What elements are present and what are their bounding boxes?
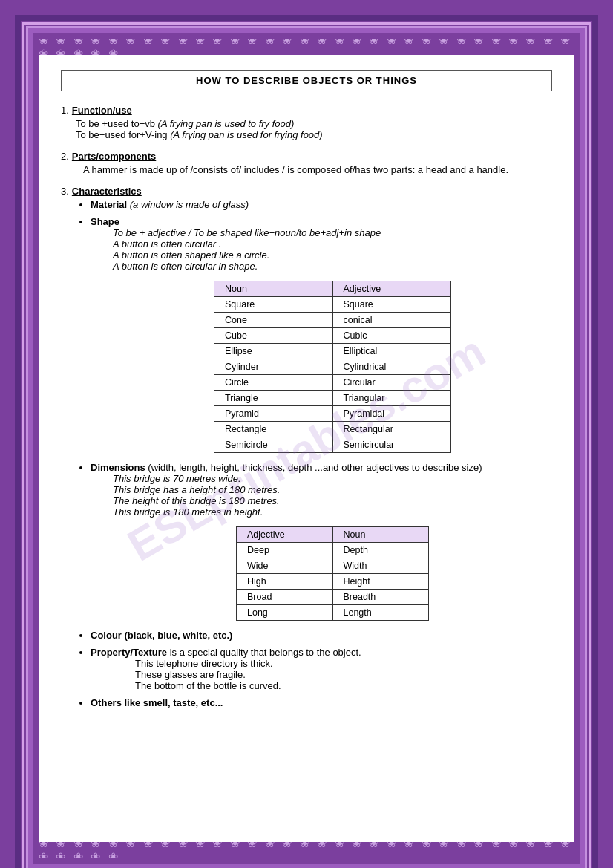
page-title: HOW TO DESCRIBE OBJECTS OR THINGS xyxy=(196,75,417,86)
shape-col-noun: Noun xyxy=(214,281,333,297)
section-1-header: 1. Function/use xyxy=(61,105,552,116)
section-characteristics: 3. Characteristics Material (a window is… xyxy=(61,186,552,708)
dim-table-container: Adjective Noun DeepDepth WideWidth HighH… xyxy=(113,526,552,621)
prop-line-1: This telephone directory is thick. xyxy=(135,658,552,669)
shape-table-container: Noun Adjective SquareSquare Coneconical … xyxy=(113,281,552,453)
outer-border: ❀ ❀ ❀ ❀ ❀ ❀ ❀ ❀ ❀ ❀ ❀ ❀ ❀ ❀ ❀ ❀ ❀ ❀ ❀ ❀ … xyxy=(15,15,598,868)
section-2-body: A hammer is made up of /consists of/ inc… xyxy=(83,164,552,175)
section-parts: 2. Parts/components A hammer is made up … xyxy=(61,151,552,175)
shape-row-semicircle: SemicircleSemicircular xyxy=(214,437,451,453)
section-1-number: 1. xyxy=(61,105,69,116)
dim-row-long: LongLength xyxy=(237,605,429,621)
property-sublines: This telephone directory is thick. These… xyxy=(91,658,552,691)
property-label: Property/Texture xyxy=(91,647,167,658)
section-2-header: 2. Parts/components xyxy=(61,151,552,162)
shape-line-2: A button is often circular . xyxy=(113,238,552,249)
dim-table-header-row: Adjective Noun xyxy=(237,527,429,543)
shape-row-ellipse: EllipseElliptical xyxy=(214,344,451,359)
material-label: Material xyxy=(91,199,127,210)
floral-strip-bottom: ❀ ❀ ❀ ❀ ❀ ❀ ❀ ❀ ❀ ❀ ❀ ❀ ❀ ❀ ❀ ❀ ❀ ❀ ❀ ❀ … xyxy=(39,842,574,858)
bullet-material: Material (a window is made of glass) xyxy=(91,199,552,210)
dim-line-1: This bridge is 70 metres wide. xyxy=(113,473,552,484)
prop-line-3: The bottom of the bottle is curved. xyxy=(135,680,552,691)
bullet-others: Others like smell, taste, etc... xyxy=(91,697,552,708)
shape-line-1: To be + adjective / To be shaped like+no… xyxy=(113,227,552,238)
bullet-dimensions: Dimensions (width, length, height, thick… xyxy=(91,462,552,621)
dim-line-3: The height of this bridge is 180 metres. xyxy=(113,495,552,506)
function-line-2: To be+used for+V-ing (A frying pan is us… xyxy=(76,129,552,140)
dim-line-4: This bridge is 180 metres in height. xyxy=(113,506,552,518)
section-2-number: 2. xyxy=(61,151,69,162)
shape-table-header-row: Noun Adjective xyxy=(214,281,451,297)
shape-row-cube: CubeCubic xyxy=(214,328,451,344)
shape-line-3: A button is often shaped like a circle. xyxy=(113,249,552,261)
section-function: 1. Function/use To be +used to+vb (A fry… xyxy=(61,105,552,140)
property-text: is a special quality that belongs to the… xyxy=(167,647,361,658)
shape-sublines: To be + adjective / To be shaped like+no… xyxy=(113,227,552,272)
function-line-1: To be +used to+vb (A frying pan is used … xyxy=(76,118,552,129)
others-label: Others like smell, taste, etc... xyxy=(91,697,223,708)
dim-row-deep: DeepDepth xyxy=(237,543,429,558)
dim-col-noun: Noun xyxy=(332,527,429,543)
shape-row-rectangle: RectangleRectangular xyxy=(214,422,451,437)
shape-col-adjective: Adjective xyxy=(332,281,451,297)
material-text: (a window is made of glass) xyxy=(127,199,249,210)
dim-row-broad: BroadBreadth xyxy=(237,590,429,605)
bullet-property: Property/Texture is a special quality th… xyxy=(91,647,552,691)
section-1-body: To be +used to+vb (A frying pan is used … xyxy=(76,118,552,140)
shape-row-triangle: TriangleTriangular xyxy=(214,391,451,406)
dim-table: Adjective Noun DeepDepth WideWidth HighH… xyxy=(236,526,429,621)
section-3-heading: Characteristics xyxy=(72,186,142,197)
shape-line-4: A button is often circular in shape. xyxy=(113,261,552,272)
shape-row-pyramid: PyramidPyramidal xyxy=(214,406,451,422)
prop-line-2: These glasses are fragile. xyxy=(135,669,552,680)
section-1-heading: Function/use xyxy=(72,105,132,116)
dimensions-sublines: This bridge is 70 metres wide. This brid… xyxy=(113,473,552,518)
floral-strip-top: ❀ ❀ ❀ ❀ ❀ ❀ ❀ ❀ ❀ ❀ ❀ ❀ ❀ ❀ ❀ ❀ ❀ ❀ ❀ ❀ … xyxy=(39,39,574,55)
dim-col-adjective: Adjective xyxy=(237,527,333,543)
section-3-body: Material (a window is made of glass) Sha… xyxy=(76,199,552,708)
shape-label: Shape xyxy=(91,216,119,227)
bullet-colour: Colour (black, blue, white, etc.) xyxy=(91,630,552,641)
dim-row-high: HighHeight xyxy=(237,574,429,590)
section-3-header: 3. Characteristics xyxy=(61,186,552,197)
shape-table: Noun Adjective SquareSquare Coneconical … xyxy=(214,281,451,453)
dim-line-2: This bridge has a height of 180 metres. xyxy=(113,484,552,495)
shape-row-cylinder: CylinderCylindrical xyxy=(214,359,451,375)
section-3-number: 3. xyxy=(61,186,69,197)
characteristics-list: Material (a window is made of glass) Sha… xyxy=(91,199,552,708)
bullet-shape: Shape To be + adjective / To be shaped l… xyxy=(91,216,552,453)
dim-row-wide: WideWidth xyxy=(237,558,429,574)
content-area: ESLprintables.com HOW TO DESCRIBE OBJECT… xyxy=(39,55,574,842)
page-title-box: HOW TO DESCRIBE OBJECTS OR THINGS xyxy=(61,70,552,91)
colour-label: Colour (black, blue, white, etc.) xyxy=(91,630,232,641)
dimensions-text: (width, length, height, thickness, depth… xyxy=(145,462,482,473)
section-2-heading: Parts/components xyxy=(72,151,156,162)
shape-row-square: SquareSquare xyxy=(214,297,451,313)
border-decoration: ❀ ❀ ❀ ❀ ❀ ❀ ❀ ❀ ❀ ❀ ❀ ❀ ❀ ❀ ❀ ❀ ❀ ❀ ❀ ❀ … xyxy=(28,28,585,868)
shape-row-circle: CircleCircular xyxy=(214,375,451,391)
shape-row-cone: Coneconical xyxy=(214,313,451,328)
dimensions-label: Dimensions xyxy=(91,462,145,473)
